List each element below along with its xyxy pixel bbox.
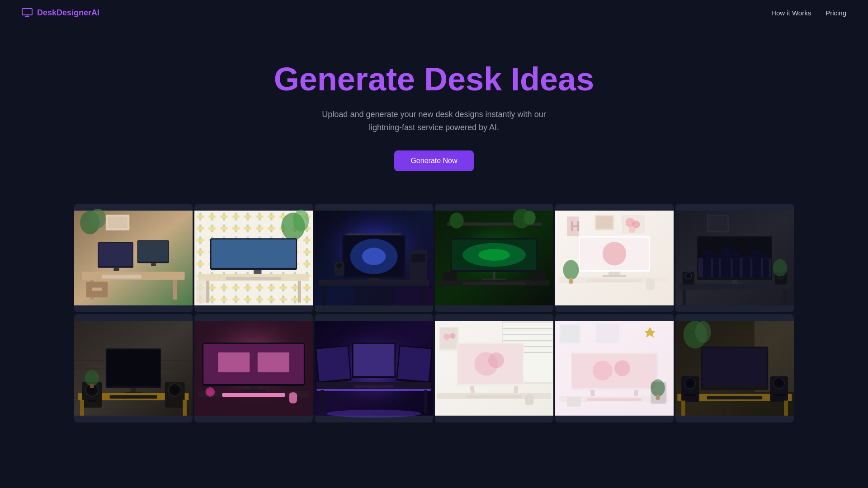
svg-rect-147 xyxy=(222,393,285,397)
svg-rect-37 xyxy=(298,281,301,302)
svg-rect-133 xyxy=(90,384,94,388)
svg-point-57 xyxy=(449,212,463,228)
svg-point-64 xyxy=(478,249,510,261)
svg-rect-148 xyxy=(289,392,297,403)
svg-point-59 xyxy=(524,211,536,225)
nav-pricing[interactable]: Pricing xyxy=(826,9,846,17)
svg-rect-100 xyxy=(721,248,731,277)
svg-point-5 xyxy=(90,209,106,229)
nav-how-it-works[interactable]: How it Works xyxy=(771,9,811,17)
svg-point-199 xyxy=(593,361,613,380)
svg-rect-104 xyxy=(763,254,769,277)
desk-image-5: H xyxy=(555,204,674,312)
svg-rect-188 xyxy=(467,395,522,398)
svg-point-150 xyxy=(207,389,213,395)
svg-rect-102 xyxy=(742,256,750,277)
hero-title: Generate Desk Ideas xyxy=(274,61,594,97)
svg-rect-142 xyxy=(218,352,250,372)
svg-rect-219 xyxy=(707,396,762,399)
svg-rect-135 xyxy=(183,400,187,416)
svg-point-90 xyxy=(563,260,579,280)
svg-rect-53 xyxy=(354,286,393,305)
svg-rect-114 xyxy=(783,290,787,305)
generate-now-button[interactable]: Generate Now xyxy=(394,150,473,171)
desk-image-4 xyxy=(435,204,553,312)
svg-point-227 xyxy=(776,380,782,386)
svg-rect-47 xyxy=(411,254,425,262)
svg-rect-88 xyxy=(587,279,642,282)
svg-rect-98 xyxy=(703,250,711,277)
desk-image-grid: H xyxy=(0,189,868,422)
svg-rect-91 xyxy=(569,277,573,283)
svg-rect-208 xyxy=(651,382,666,404)
svg-point-84 xyxy=(603,242,626,265)
svg-point-200 xyxy=(614,360,630,376)
svg-point-109 xyxy=(685,272,692,279)
svg-rect-220 xyxy=(702,385,767,389)
logo-text: DeskDesignerAI xyxy=(37,8,99,18)
svg-rect-113 xyxy=(683,290,686,305)
svg-rect-17 xyxy=(173,280,177,300)
svg-rect-194 xyxy=(596,324,619,343)
svg-rect-13 xyxy=(151,263,156,266)
svg-point-131 xyxy=(172,387,178,393)
svg-rect-10 xyxy=(113,268,119,271)
svg-point-112 xyxy=(773,259,787,276)
svg-rect-143 xyxy=(258,352,289,372)
svg-rect-120 xyxy=(107,350,160,386)
svg-point-167 xyxy=(326,409,421,417)
svg-rect-158 xyxy=(354,344,395,376)
logo[interactable]: DeskDesignerAI xyxy=(22,8,99,18)
svg-point-132 xyxy=(85,370,99,386)
desk-image-1 xyxy=(74,204,193,312)
desk-image-11 xyxy=(555,314,674,422)
svg-point-212 xyxy=(695,321,711,343)
svg-rect-198 xyxy=(572,353,657,388)
svg-rect-128 xyxy=(88,400,96,402)
svg-rect-230 xyxy=(784,400,788,415)
desk-image-6 xyxy=(675,204,794,312)
svg-rect-12 xyxy=(138,241,168,261)
svg-rect-164 xyxy=(354,385,393,388)
svg-rect-50 xyxy=(319,280,429,286)
desk-image-8 xyxy=(194,314,313,422)
svg-rect-124 xyxy=(110,395,157,399)
svg-rect-107 xyxy=(679,284,790,290)
svg-rect-204 xyxy=(587,398,642,401)
svg-rect-75 xyxy=(596,216,613,229)
desk-image-2 xyxy=(194,204,313,312)
desk-image-7 xyxy=(74,314,193,422)
svg-rect-15 xyxy=(102,274,141,278)
svg-rect-166 xyxy=(424,390,427,413)
svg-point-80 xyxy=(628,226,636,233)
svg-rect-228 xyxy=(774,394,785,396)
svg-point-178 xyxy=(443,333,450,340)
svg-point-44 xyxy=(362,248,386,265)
svg-rect-134 xyxy=(80,400,84,416)
svg-rect-89 xyxy=(646,278,655,290)
svg-rect-32 xyxy=(254,270,261,274)
svg-rect-155 xyxy=(316,346,350,381)
monitor-icon xyxy=(22,8,33,17)
desk-image-10 xyxy=(435,314,553,422)
svg-rect-51 xyxy=(322,286,326,305)
svg-rect-36 xyxy=(206,281,209,302)
svg-rect-94 xyxy=(708,216,727,230)
svg-rect-103 xyxy=(752,250,761,277)
svg-text:H: H xyxy=(570,218,580,234)
svg-rect-69 xyxy=(443,272,457,280)
svg-rect-19 xyxy=(92,287,102,291)
nav-links: How it Works Pricing xyxy=(771,9,846,17)
svg-rect-189 xyxy=(525,394,533,405)
svg-point-49 xyxy=(336,263,342,269)
hero-section: Generate Desk Ideas Upload and generate … xyxy=(0,25,868,189)
svg-rect-0 xyxy=(22,9,32,15)
svg-point-28 xyxy=(293,209,309,231)
svg-rect-207 xyxy=(567,397,581,407)
svg-rect-101 xyxy=(733,252,740,277)
hero-subtitle: Upload and generate your new desk design… xyxy=(316,108,552,134)
svg-rect-229 xyxy=(681,400,685,415)
svg-rect-99 xyxy=(713,254,719,277)
svg-rect-34 xyxy=(226,277,281,280)
svg-point-184 xyxy=(488,352,504,368)
